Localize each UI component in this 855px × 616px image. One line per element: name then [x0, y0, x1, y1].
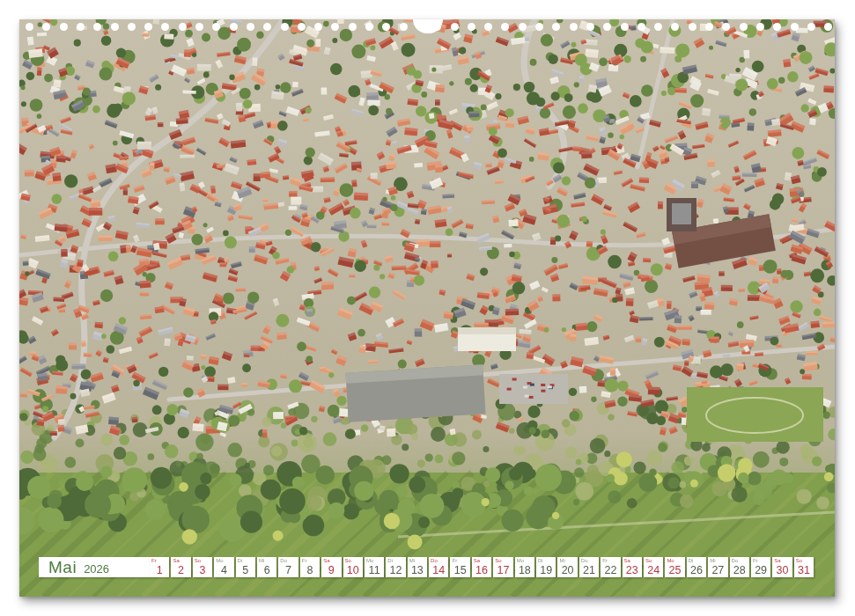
day-number: 20	[557, 565, 577, 576]
punch-hole	[756, 23, 764, 31]
punch-hole	[247, 23, 254, 31]
weekday-label: Di	[538, 558, 543, 563]
day-number: 5	[236, 565, 255, 576]
day-cell-29: Fr29	[751, 557, 770, 577]
day-cell-18: Mo18	[515, 557, 534, 577]
punch-hole	[501, 23, 509, 31]
year-label: 2026	[84, 562, 109, 576]
day-number: 9	[321, 565, 341, 576]
day-cell-8: Fr8	[300, 557, 320, 577]
month-name: Mai	[48, 557, 77, 577]
punch-hole	[128, 23, 136, 31]
day-number: 6	[257, 565, 276, 576]
punch-hole	[451, 23, 459, 31]
punch-hole	[26, 23, 33, 31]
day-number: 13	[408, 565, 427, 576]
day-cell-22: Fr22	[601, 557, 620, 577]
day-grid: Fr1Sa2So3Mo4Di5Mi6Do7Fr8Sa9So10Mo11Di12M…	[150, 557, 814, 577]
punch-hole	[638, 23, 645, 31]
day-number: 21	[579, 565, 599, 576]
weekday-label: Fr	[753, 558, 758, 563]
day-number: 7	[278, 565, 298, 576]
weekday-label: Mo	[366, 558, 373, 563]
calendar-strip: Mai 2026 Fr1Sa2So3Mo4Di5Mi6Do7Fr8Sa9So10…	[19, 557, 835, 577]
weekday-label: So	[345, 558, 351, 563]
weekday-label: Fr	[302, 558, 307, 563]
punch-hole	[468, 23, 475, 31]
day-cell-17: So17	[493, 557, 512, 577]
punch-hole	[161, 23, 169, 31]
weekday-label: Sa	[624, 558, 630, 563]
punch-hole	[689, 23, 697, 31]
day-cell-27: Mi27	[708, 557, 727, 577]
day-cell-4: Mo4	[214, 557, 233, 577]
day-cell-21: Do21	[579, 557, 599, 577]
punch-hole	[740, 23, 748, 31]
day-cell-1: Fr1	[150, 557, 169, 577]
punch-hole	[263, 23, 271, 31]
day-number: 25	[665, 565, 684, 576]
punch-hole	[314, 23, 322, 31]
weekday-label: Sa	[323, 558, 329, 563]
day-cell-11: Mo11	[365, 557, 384, 577]
day-cell-14: Do14	[429, 557, 448, 577]
punch-hole	[77, 23, 85, 31]
day-number: 15	[450, 565, 469, 576]
punch-hole	[365, 23, 373, 31]
punch-hole	[570, 23, 578, 31]
day-cell-24: So24	[644, 557, 663, 577]
punch-hole	[179, 23, 187, 31]
punch-hole	[382, 23, 390, 31]
day-cell-10: So10	[343, 557, 363, 577]
day-number: 29	[751, 565, 770, 576]
day-cell-25: Mo25	[665, 557, 684, 577]
day-cell-15: Fr15	[450, 557, 469, 577]
weekday-label: Di	[387, 558, 393, 563]
month-box: Mai 2026	[39, 557, 150, 577]
punch-hole	[722, 23, 730, 31]
weekday-label: So	[195, 558, 201, 563]
day-cell-26: Di26	[687, 557, 706, 577]
punch-hole	[824, 23, 832, 31]
day-cell-3: So3	[193, 557, 212, 577]
day-number: 23	[623, 565, 642, 576]
punch-hole	[603, 23, 611, 31]
day-cell-16: Sa16	[472, 557, 491, 577]
weekday-label: Fr	[452, 558, 457, 563]
weekday-label: Mi	[259, 558, 264, 563]
weekday-label: Di	[689, 558, 694, 563]
day-number: 14	[429, 565, 448, 576]
weekday-label: Di	[238, 558, 243, 563]
punch-hole	[807, 23, 815, 31]
punch-hole	[230, 23, 238, 31]
day-cell-30: Sa30	[772, 557, 792, 577]
weekday-label: Fr	[151, 558, 157, 563]
punch-hole	[281, 23, 289, 31]
weekday-label: Mo	[667, 558, 674, 563]
day-cell-2: Sa2	[171, 557, 190, 577]
day-number: 2	[171, 565, 190, 576]
day-cell-31: So31	[794, 557, 814, 577]
day-number: 22	[601, 565, 620, 576]
punch-hole	[60, 23, 68, 31]
punch-hole	[773, 23, 781, 31]
day-number: 31	[794, 565, 814, 576]
weekday-label: So	[796, 558, 802, 563]
punch-hole	[144, 23, 152, 31]
weekday-label: Mi	[710, 558, 715, 563]
day-number: 12	[386, 565, 405, 576]
punch-hole	[621, 23, 629, 31]
weekday-label: Mo	[216, 558, 223, 563]
punch-hole	[42, 23, 50, 31]
punch-hole	[195, 23, 203, 31]
punch-hole	[535, 23, 543, 31]
day-cell-7: Do7	[278, 557, 298, 577]
weekday-label: So	[495, 558, 501, 563]
day-number: 3	[193, 565, 212, 576]
weekday-label: Do	[732, 558, 739, 563]
day-cell-6: Mi6	[257, 557, 276, 577]
aerial-town-photo	[19, 19, 835, 597]
punch-hole	[705, 23, 713, 31]
day-cell-20: Mi20	[557, 557, 577, 577]
punch-hole	[671, 23, 679, 31]
